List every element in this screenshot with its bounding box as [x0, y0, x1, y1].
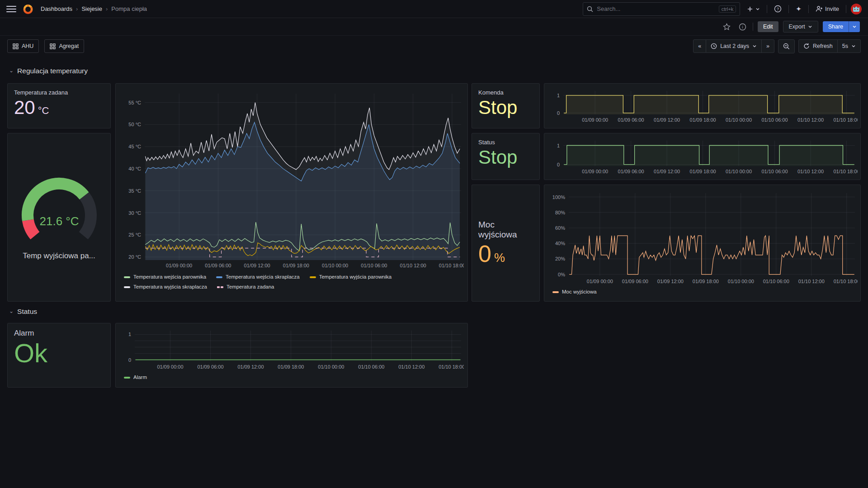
user-avatar[interactable] — [851, 4, 862, 14]
time-shift-forward-button[interactable]: » — [762, 39, 774, 53]
dashboard-info-button[interactable]: i — [737, 21, 748, 33]
svg-text:01/09 12:00: 01/09 12:00 — [244, 263, 270, 268]
alarm-time-series[interactable]: 01/09 00:0001/09 06:0001/09 12:0001/09 1… — [119, 327, 464, 372]
panel-status-chart: 01/09 00:0001/09 06:0001/09 12:0001/09 1… — [544, 133, 861, 180]
plus-icon — [747, 6, 753, 12]
search-icon — [587, 6, 593, 12]
legend-item[interactable]: Temperatura wyjścia parownika — [310, 273, 392, 281]
legend-series-marker — [124, 377, 130, 379]
clock-icon — [711, 43, 717, 49]
svg-text:01/09 18:00: 01/09 18:00 — [690, 117, 716, 123]
legend-series-marker — [124, 276, 130, 278]
svg-text:50 °C: 50 °C — [128, 122, 141, 127]
panel-moc-wyjsciowa-chart: 01/09 00:0001/09 06:0001/09 12:0001/09 1… — [544, 185, 861, 302]
moc-time-series[interactable]: 01/09 00:0001/09 06:0001/09 12:0001/09 1… — [548, 189, 858, 287]
search-placeholder: Search... — [597, 5, 715, 12]
svg-text:01/09 18:00: 01/09 18:00 — [690, 169, 716, 174]
svg-text:01/10 06:00: 01/10 06:00 — [361, 263, 387, 268]
svg-text:01/10 00:00: 01/10 00:00 — [728, 279, 754, 284]
panel-moc-wyjsciowa-stat: Moc wyjściowa 0 % — [472, 185, 540, 302]
panel-title: Komenda — [478, 89, 533, 96]
add-button[interactable] — [745, 4, 762, 14]
chevron-down-icon — [752, 44, 757, 48]
gauge-label: Temp wyjściowa pa... — [23, 251, 95, 261]
svg-text:01/10 06:00: 01/10 06:00 — [358, 364, 384, 370]
status-time-series[interactable]: 01/09 00:0001/09 06:0001/09 12:0001/09 1… — [548, 137, 858, 177]
temperature-time-series[interactable]: 01/09 00:0001/09 06:0001/09 12:0001/09 1… — [119, 87, 464, 272]
panel-temp-wyjsciowa-gauge: 21.6 °C Temp wyjściowa pa... — [7, 133, 111, 302]
stat-value: Stop — [478, 147, 517, 167]
panel-alarm-stat: Alarm Ok — [7, 323, 111, 388]
help-button[interactable]: ? — [772, 3, 784, 14]
legend-series-label: Alarm — [133, 373, 147, 382]
link-agregat[interactable]: Agregat — [44, 39, 84, 53]
svg-text:01/10 12:00: 01/10 12:00 — [797, 169, 824, 174]
svg-text:01/10 18:00: 01/10 18:00 — [834, 279, 858, 284]
chevron-down-icon — [755, 7, 760, 11]
refresh-icon — [803, 43, 810, 49]
svg-text:55 °C: 55 °C — [128, 100, 141, 105]
svg-text:60%: 60% — [555, 225, 565, 231]
svg-text:01/10 12:00: 01/10 12:00 — [400, 263, 426, 268]
refresh-button[interactable]: Refresh — [798, 39, 838, 53]
svg-text:20 °C: 20 °C — [128, 254, 141, 260]
star-icon — [723, 23, 731, 31]
edit-button[interactable]: Edit — [758, 21, 778, 32]
chart-legend: Moc wyjściowa — [548, 287, 857, 296]
legend-item[interactable]: Temperatura wejścia skraplacza — [216, 273, 300, 281]
refresh-interval-picker[interactable]: 5s — [838, 39, 861, 53]
svg-text:01/09 00:00: 01/09 00:00 — [582, 117, 608, 123]
chevron-down-icon: ⌄ — [9, 67, 14, 74]
zoom-out-icon — [783, 43, 790, 50]
legend-item[interactable]: Temperatura zadana — [217, 283, 274, 291]
breadcrumb: Dashboards › Siejesie › Pompa ciepła — [41, 5, 147, 12]
panel-title: Temperatura zadana — [14, 89, 104, 96]
legend-series-marker — [552, 291, 559, 293]
section-status[interactable]: ⌄ Status — [9, 308, 37, 316]
svg-text:100%: 100% — [552, 194, 565, 200]
breadcrumb-current-page: Pompa ciepła — [111, 5, 147, 12]
legend-series-label: Temperatura wejścia skraplacza — [226, 273, 300, 281]
grafana-logo-icon[interactable] — [23, 4, 33, 14]
legend-series-marker — [216, 276, 222, 278]
invite-label: Invite — [825, 5, 839, 12]
ai-assistant-button[interactable]: ✦ — [793, 3, 804, 15]
link-ahu[interactable]: AHU — [7, 39, 39, 53]
time-zoom-out-button[interactable] — [778, 39, 795, 53]
legend-series-label: Temperatura wyjścia skraplacza — [133, 283, 207, 291]
export-button[interactable]: Export — [783, 21, 818, 33]
svg-text:45 °C: 45 °C — [128, 144, 141, 149]
svg-text:01/09 00:00: 01/09 00:00 — [582, 169, 608, 174]
time-range-picker[interactable]: Last 2 days — [706, 39, 762, 53]
dashboard-actions-bar: i Edit Export Share — [0, 18, 868, 36]
breadcrumb-siejesie[interactable]: Siejesie — [81, 5, 102, 12]
search-input[interactable]: Search... ctrl+k — [583, 2, 740, 16]
panel-temperature-chart: 01/09 00:0001/09 06:0001/09 12:0001/09 1… — [115, 83, 468, 302]
legend-item[interactable]: Moc wyjściowa — [552, 288, 597, 296]
legend-item[interactable]: Temperatura wyjścia skraplacza — [124, 283, 207, 291]
time-range-label: Last 2 days — [720, 43, 749, 49]
time-shift-back-button[interactable]: « — [693, 39, 706, 53]
favorite-star-button[interactable] — [721, 21, 732, 33]
svg-text:01/09 00:00: 01/09 00:00 — [166, 263, 192, 268]
share-menu-button[interactable] — [849, 21, 860, 32]
komenda-time-series[interactable]: 01/09 00:0001/09 06:0001/09 12:0001/09 1… — [548, 87, 858, 125]
legend-item[interactable]: Alarm — [124, 373, 147, 382]
section-regulacja-temperatury[interactable]: ⌄ Regulacja temperatury — [9, 67, 88, 75]
breadcrumb-dashboards[interactable]: Dashboards — [41, 5, 72, 12]
legend-series-marker — [310, 276, 316, 278]
menu-icon[interactable] — [6, 4, 16, 14]
legend-series-label: Temperatura wyjścia parownika — [319, 273, 392, 281]
panel-title: Status — [478, 139, 533, 146]
invite-button[interactable]: Invite — [813, 4, 841, 14]
share-button[interactable]: Share — [823, 21, 849, 32]
svg-text:0: 0 — [557, 110, 560, 116]
svg-text:21.6 °C: 21.6 °C — [39, 214, 79, 228]
grafana-dashboard: Dashboards › Siejesie › Pompa ciepła Sea… — [0, 0, 868, 488]
svg-text:01/10 18:00: 01/10 18:00 — [439, 263, 464, 268]
divider — [788, 5, 789, 13]
svg-text:01/10 00:00: 01/10 00:00 — [726, 169, 752, 174]
svg-text:01/10 12:00: 01/10 12:00 — [797, 117, 824, 123]
legend-item[interactable]: Temperatura wejścia parownika — [124, 273, 206, 281]
svg-text:01/10 00:00: 01/10 00:00 — [322, 263, 348, 268]
